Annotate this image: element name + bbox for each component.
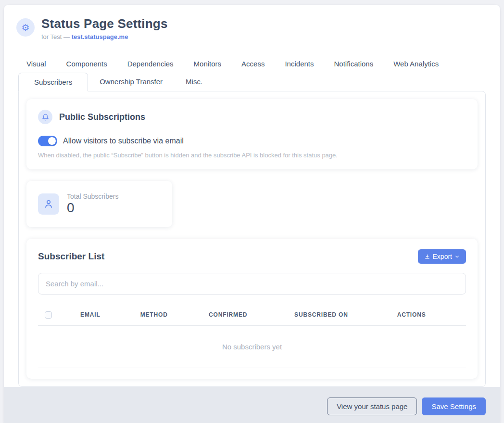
stats-label: Total Subscribers (67, 192, 118, 200)
select-all-checkbox[interactable] (45, 311, 52, 319)
chevron-down-icon (454, 254, 460, 259)
tab-monitors[interactable]: Monitors (184, 55, 232, 73)
allow-subscribe-toggle[interactable] (38, 136, 57, 146)
tab-bar-row2: Subscribers Ownership Transfer Misc. (4, 73, 500, 91)
public-subscriptions-card: Public Subscriptions Allow visitors to s… (26, 99, 478, 169)
stats-value: 0 (67, 200, 118, 216)
total-subscribers-card: Total Subscribers 0 (26, 181, 172, 227)
footer-bar: View your status page Save Settings (4, 387, 500, 423)
column-confirmed: CONFIRMED (205, 307, 290, 325)
tab-incidents[interactable]: Incidents (275, 55, 324, 73)
empty-state-message: No subscribers yet (38, 325, 466, 368)
export-button[interactable]: Export (418, 249, 466, 264)
search-input[interactable] (38, 273, 466, 295)
subscriber-list-header: Subscriber List Export (38, 249, 466, 264)
toggle-label: Allow visitors to subscribe via email (63, 137, 184, 145)
page-title: Status Page Settings (41, 16, 168, 31)
column-actions: ACTIONS (393, 307, 466, 325)
column-method: METHOD (137, 307, 205, 325)
tab-dependencies[interactable]: Dependencies (117, 55, 184, 73)
title-block: Status Page Settings for Test — test.sta… (41, 16, 168, 40)
tab-ownership-transfer[interactable]: Ownership Transfer (88, 73, 174, 91)
public-subscriptions-header: Public Subscriptions (38, 110, 466, 124)
stats-text: Total Subscribers 0 (67, 192, 118, 216)
column-subscribed-on: SUBSCRIBED ON (290, 307, 393, 325)
tab-access[interactable]: Access (231, 55, 275, 73)
save-settings-button[interactable]: Save Settings (422, 397, 486, 415)
person-icon (38, 193, 59, 215)
tab-subscribers[interactable]: Subscribers (18, 73, 88, 91)
status-page-link[interactable]: test.statuspage.me (72, 33, 128, 40)
view-status-page-button[interactable]: View your status page (327, 397, 417, 415)
empty-state-row: No subscribers yet (38, 325, 466, 368)
tab-visual[interactable]: Visual (16, 55, 56, 73)
page-header: ⚙ Status Page Settings for Test — test.s… (4, 5, 500, 43)
settings-window: ⚙ Status Page Settings for Test — test.s… (4, 5, 500, 423)
subscribe-toggle-row: Allow visitors to subscribe via email (38, 136, 466, 146)
toggle-hint-text: When disabled, the public “Subscribe” bu… (38, 152, 466, 159)
tab-misc[interactable]: Misc. (174, 73, 214, 91)
public-subscriptions-title: Public Subscriptions (59, 112, 145, 122)
column-email: EMAIL (76, 307, 137, 325)
table-header-row: EMAIL METHOD CONFIRMED SUBSCRIBED ON ACT… (38, 307, 466, 325)
download-icon (424, 254, 430, 260)
gear-icon: ⚙ (16, 18, 35, 37)
subscriber-list-card: Subscriber List Export (26, 239, 478, 378)
toggle-knob (48, 137, 56, 145)
bell-icon (38, 110, 52, 124)
subscribers-tab-panel: Public Subscriptions Allow visitors to s… (18, 91, 486, 387)
tab-notifications[interactable]: Notifications (324, 55, 384, 73)
subtitle-prefix: for Test — (41, 33, 72, 40)
tab-bar-row1: Visual Components Dependencies Monitors … (4, 55, 500, 73)
subscribers-table: EMAIL METHOD CONFIRMED SUBSCRIBED ON ACT… (38, 307, 466, 368)
tab-components[interactable]: Components (56, 55, 117, 73)
tab-web-analytics[interactable]: Web Analytics (383, 55, 449, 73)
page-subtitle: for Test — test.statuspage.me (41, 33, 168, 40)
export-button-label: Export (433, 253, 452, 260)
subscriber-list-title: Subscriber List (38, 251, 104, 262)
